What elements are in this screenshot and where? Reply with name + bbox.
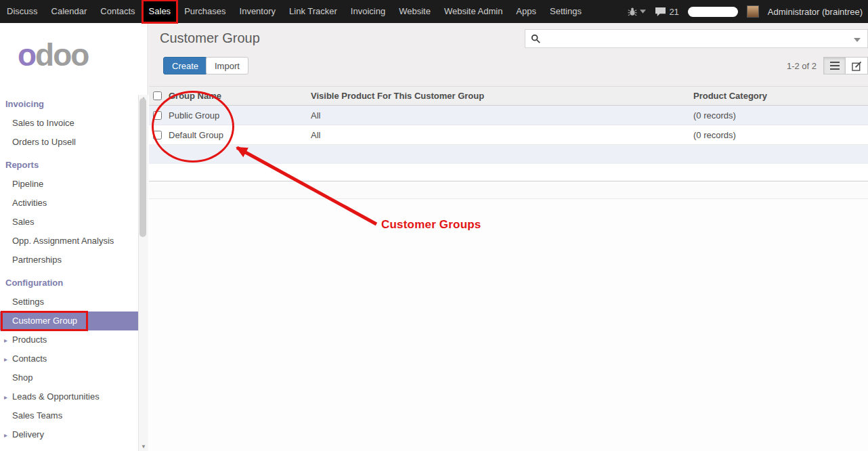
row-checkbox-cell [149, 131, 166, 139]
table-header-row: Group Name Visible Product For This Cust… [149, 86, 868, 106]
form-view-button[interactable] [846, 57, 868, 74]
logo-letter: o [18, 37, 35, 72]
topbar-menu-website[interactable]: Website [392, 0, 437, 23]
caret-right-icon: ▸ [4, 350, 12, 369]
topbar-menu-website-admin[interactable]: Website Admin [437, 0, 509, 23]
section-reports: Reports [0, 152, 138, 175]
sidebar-item-sales-teams[interactable]: Sales Teams [0, 406, 138, 425]
cell-group-name: Default Group [166, 130, 308, 140]
list-view-button[interactable] [823, 57, 846, 74]
empty-row [149, 164, 868, 181]
table-row[interactable]: Public Group All (0 records) [149, 106, 868, 125]
sidebar-item-label: Delivery [12, 429, 44, 439]
customer-group-table: Group Name Visible Product For This Cust… [149, 86, 868, 199]
cell-product-category: (0 records) [691, 110, 868, 121]
search-options-caret[interactable] [852, 30, 862, 47]
list-icon [830, 62, 840, 70]
topbar-menu-calendar[interactable]: Calendar [45, 0, 94, 23]
timer-pill[interactable] [688, 7, 738, 17]
caret-right-icon: ▸ [4, 331, 12, 350]
sidebar-item-delivery[interactable]: ▸Delivery [0, 425, 138, 444]
control-panel: Customer Group Create Import 1-2 of 2 [149, 23, 868, 86]
message-count: 21 [669, 7, 678, 17]
topbar-menu-contacts[interactable]: Contacts [93, 0, 142, 23]
row-checkbox[interactable] [153, 111, 162, 120]
topbar-menu-link-tracker[interactable]: Link Tracker [282, 0, 344, 23]
sidebar-item-leads-opportunities[interactable]: ▸Leads & Opportunities [0, 387, 138, 406]
section-invoicing: Invoicing [0, 91, 138, 114]
sidebar-item-settings[interactable]: Settings [0, 293, 138, 312]
page-title: Customer Group [160, 30, 260, 46]
view-switcher [823, 57, 868, 74]
topbar-menu-apps[interactable]: Apps [509, 0, 543, 23]
sidebar-item-products[interactable]: ▸Products [0, 330, 138, 349]
sidebar-item-sales-to-invoice[interactable]: Sales to Invoice [0, 114, 138, 133]
debug-menu[interactable] [628, 7, 646, 16]
sidebar-item-customer-group[interactable]: Customer Group [0, 312, 138, 330]
sidebar-item-label: Leads & Opportunities [12, 391, 100, 402]
select-all-checkbox[interactable] [153, 91, 162, 100]
cell-group-name: Public Group [166, 110, 308, 121]
topbar-right-cluster: 21 Administrator (braintree) [628, 0, 868, 23]
row-checkbox[interactable] [153, 131, 162, 139]
empty-row [149, 145, 868, 164]
chat-bubble-icon [655, 7, 666, 17]
row-checkbox-cell [149, 111, 166, 120]
cell-product-category: (0 records) [691, 130, 868, 140]
table-row[interactable]: Default Group All (0 records) [149, 125, 868, 145]
scroll-down-icon[interactable]: ▼ [141, 443, 146, 451]
topbar-menu-inventory[interactable]: Inventory [233, 0, 282, 23]
table-footer [149, 181, 868, 199]
search-input[interactable] [544, 34, 852, 44]
main-content: Customer Group Create Import 1-2 of 2 [149, 23, 868, 451]
column-header-group-name[interactable]: Group Name [166, 91, 308, 101]
topbar-menu-discuss[interactable]: Discuss [0, 0, 45, 23]
sidebar-item-shop[interactable]: Shop [0, 368, 138, 387]
bug-icon [628, 7, 637, 16]
sidebar-item-orders-to-upsell[interactable]: Orders to Upsell [0, 133, 138, 152]
messages-indicator[interactable]: 21 [655, 7, 678, 17]
search-bar[interactable] [525, 29, 868, 48]
sidebar-item-label: Contacts [12, 353, 47, 364]
sidebar-item-sales[interactable]: Sales [0, 213, 138, 232]
sidebar-item-partnerships[interactable]: Partnerships [0, 251, 138, 270]
sidebar-item-label: Customer Group [12, 316, 77, 326]
topbar-menu-sales[interactable]: Sales [142, 0, 178, 23]
select-all-checkbox-cell [149, 91, 166, 100]
column-header-visible-product[interactable]: Visible Product For This Customer Group [308, 91, 691, 101]
topbar-menu-invoicing[interactable]: Invoicing [344, 0, 392, 23]
sidebar-nav: Invoicing Sales to Invoice Orders to Ups… [0, 91, 138, 444]
logo-rest: doo [35, 37, 88, 72]
edit-form-icon [852, 61, 862, 71]
caret-right-icon: ▸ [4, 388, 12, 407]
sidebar-item-pipeline[interactable]: Pipeline [0, 175, 138, 194]
sidebar-item-activities[interactable]: Activities [0, 194, 138, 213]
search-icon [531, 34, 540, 43]
topbar-menu-purchases[interactable]: Purchases [177, 0, 232, 23]
pager: 1-2 of 2 [787, 61, 817, 71]
create-button[interactable]: Create [163, 57, 207, 74]
chevron-down-icon [854, 38, 861, 42]
column-header-product-category[interactable]: Product Category [691, 91, 868, 101]
sidebar-item-opp-assignment-analysis[interactable]: Opp. Assignment Analysis [0, 232, 138, 251]
cell-visible-product: All [308, 130, 691, 140]
topbar-menu-settings[interactable]: Settings [543, 0, 588, 23]
odoo-logo: odoo [0, 23, 148, 91]
scrollbar-thumb[interactable] [139, 98, 146, 237]
user-menu[interactable]: Administrator (braintree) [768, 7, 863, 17]
chevron-down-icon [640, 9, 646, 14]
sidebar-item-contacts[interactable]: ▸Contacts [0, 349, 138, 368]
avatar[interactable] [747, 5, 759, 18]
section-configuration: Configuration [0, 270, 138, 293]
sidebar: odoo Invoicing Sales to Invoice Orders t… [0, 23, 148, 451]
sidebar-item-label: Products [12, 335, 47, 345]
topbar: Discuss Calendar Contacts Sales Purchase… [0, 0, 868, 23]
caret-right-icon: ▸ [4, 426, 12, 445]
cell-visible-product: All [308, 110, 691, 121]
import-button[interactable]: Import [206, 57, 248, 74]
